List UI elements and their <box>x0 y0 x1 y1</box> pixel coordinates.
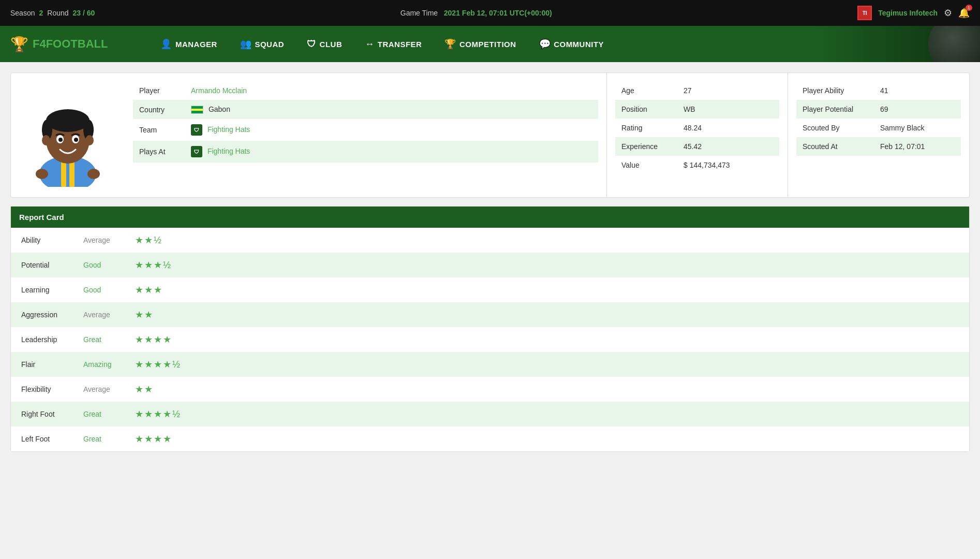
position-label: Position <box>615 100 677 119</box>
report-row: Leadership Great ★★★★ <box>11 327 969 352</box>
report-rating: Amazing <box>73 352 125 377</box>
country-label: Country <box>133 100 185 119</box>
report-rating: Good <box>73 277 125 302</box>
player-scouted-by: Sammy Black <box>874 119 961 137</box>
player-ability-label: Player Ability <box>796 81 874 100</box>
transfer-icon: ↔ <box>365 39 375 50</box>
report-attr: Left Foot <box>11 426 73 451</box>
svg-point-12 <box>42 135 50 145</box>
report-rating: Great <box>73 426 125 451</box>
report-rating: Great <box>73 402 125 426</box>
nav-community-label: COMMUNITY <box>554 40 604 49</box>
report-stars: ★★★★½ <box>125 352 969 377</box>
report-rating: Good <box>73 253 125 277</box>
report-rating: Average <box>73 302 125 327</box>
report-stars: ★★ <box>125 377 969 402</box>
report-card-header: Report Card <box>11 207 969 228</box>
age-label: Age <box>615 81 677 100</box>
team-badge: 🛡 <box>191 124 202 136</box>
player-potential-val: 69 <box>874 100 961 119</box>
player-info: Player Armando Mcclain Country Gabon Tea… <box>125 73 607 197</box>
logo[interactable]: 🏆 F4FOOTBALL <box>10 36 108 53</box>
main-content: Player Armando Mcclain Country Gabon Tea… <box>0 62 980 559</box>
round-value: 23 / 60 <box>73 9 95 17</box>
report-stars: ★★★½ <box>125 253 969 277</box>
nav-squad-label: SQUAD <box>255 40 284 49</box>
report-stars: ★★ <box>125 302 969 327</box>
gametime-label: Game Time <box>400 9 438 17</box>
community-icon: 💬 <box>539 38 551 50</box>
report-attr: Ability <box>11 228 73 253</box>
logo-icon: 🏆 <box>10 36 28 53</box>
report-row: Aggression Average ★★ <box>11 302 969 327</box>
report-attr: Leadership <box>11 327 73 352</box>
settings-icon[interactable]: ⚙ <box>944 7 952 19</box>
player-age: 27 <box>677 81 779 100</box>
nav-manager-label: MANAGER <box>175 40 217 49</box>
round-label: Round <box>47 9 68 17</box>
nav-links: 👤 MANAGER 👥 SQUAD 🛡 CLUB ↔ TRANSFER 🏆 CO… <box>149 26 615 62</box>
svg-point-11 <box>74 138 78 142</box>
nav-competition-label: COMPETITION <box>459 40 516 49</box>
player-value: $ 144,734,473 <box>677 156 779 174</box>
report-rating: Average <box>73 228 125 253</box>
report-row: Ability Average ★★½ <box>11 228 969 253</box>
svg-point-14 <box>36 169 48 179</box>
stats-section: Age 27 Position WB Rating 48.24 Experien… <box>607 73 788 197</box>
svg-point-15 <box>87 169 100 179</box>
nav-manager[interactable]: 👤 MANAGER <box>149 26 229 62</box>
nav-squad[interactable]: 👥 SQUAD <box>229 26 295 62</box>
svg-point-13 <box>85 135 94 145</box>
club-icon: 🛡 <box>307 39 317 50</box>
report-row: Left Foot Great ★★★★ <box>11 426 969 451</box>
rating-label: Rating <box>615 119 677 137</box>
user-area: TI Tegimus Infotech ⚙ 🔔 1 <box>857 6 970 20</box>
report-stars: ★★★ <box>125 277 969 302</box>
player-plays-at: Fighting Hats <box>207 147 250 155</box>
report-card: Report Card Ability Average ★★½ Potentia… <box>10 206 970 452</box>
nav-club[interactable]: 🛡 CLUB <box>295 26 353 62</box>
report-attr: Right Foot <box>11 402 73 426</box>
player-scouted-at: Feb 12, 07:01 <box>874 137 961 156</box>
player-experience: 45.42 <box>677 137 779 156</box>
value-label: Value <box>615 156 677 174</box>
plays-at-label: Plays At <box>133 141 185 163</box>
report-rating: Average <box>73 377 125 402</box>
notification-icon[interactable]: 🔔 1 <box>958 7 970 19</box>
notification-badge: 1 <box>966 5 972 11</box>
season-label: Season <box>10 9 35 17</box>
team-label: Team <box>133 119 185 141</box>
season-info: Season 2 Round 23 / 60 <box>10 9 95 17</box>
report-stars: ★★★★½ <box>125 402 969 426</box>
svg-point-10 <box>58 138 63 142</box>
report-attr: Flexibility <box>11 377 73 402</box>
player-potential-label: Player Potential <box>796 100 874 119</box>
nav-community[interactable]: 💬 COMMUNITY <box>528 26 616 62</box>
username: Tegimus Infotech <box>878 9 938 17</box>
navbar-bg <box>814 26 980 62</box>
report-row: Potential Good ★★★½ <box>11 253 969 277</box>
player-name: Armando Mcclain <box>191 86 247 95</box>
nav-transfer[interactable]: ↔ TRANSFER <box>353 26 433 62</box>
nav-transfer-label: TRANSFER <box>378 40 422 49</box>
squad-icon: 👥 <box>240 38 252 50</box>
game-time: Game Time 2021 Feb 12, 07:01 UTC(+00:00) <box>400 9 552 17</box>
report-stars: ★★½ <box>125 228 969 253</box>
gametime-value: 2021 Feb 12, 07:01 UTC(+00:00) <box>444 9 552 17</box>
ball-decoration <box>928 26 980 62</box>
player-card: Player Armando Mcclain Country Gabon Tea… <box>10 72 970 198</box>
manager-icon: 👤 <box>160 38 172 50</box>
player-label: Player <box>133 81 185 100</box>
report-row: Right Foot Great ★★★★½ <box>11 402 969 426</box>
report-attr: Potential <box>11 253 73 277</box>
player-ability-val: 41 <box>874 81 961 100</box>
report-row: Flexibility Average ★★ <box>11 377 969 402</box>
report-stars: ★★★★ <box>125 327 969 352</box>
nav-club-label: CLUB <box>320 40 343 49</box>
plays-at-badge: 🛡 <box>191 146 202 157</box>
report-attr: Learning <box>11 277 73 302</box>
navbar: 🏆 F4FOOTBALL 👤 MANAGER 👥 SQUAD 🛡 CLUB ↔ … <box>0 26 980 62</box>
nav-competition[interactable]: 🏆 COMPETITION <box>433 26 527 62</box>
player-position: WB <box>677 100 779 119</box>
report-table: Ability Average ★★½ Potential Good ★★★½ … <box>11 228 969 451</box>
